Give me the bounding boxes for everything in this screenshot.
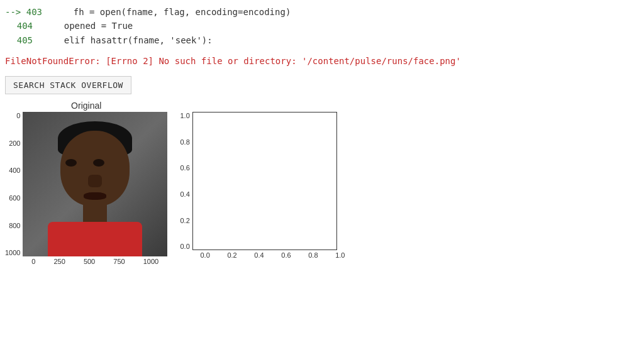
y2-label-08: 0.8 [180,138,189,146]
y2-label-10: 1.0 [180,112,189,119]
x-label-750: 750 [113,258,125,265]
line-number-403: --> 403 [5,5,52,19]
plot2-y-axis: 1.0 0.8 0.6 0.4 0.2 0.0 [180,112,192,250]
face-background [23,112,167,256]
person-neck [83,205,107,222]
x-label-1000: 1000 [143,258,158,265]
y-label-200: 200 [9,140,20,147]
code-content-404: opened = True [43,19,133,33]
plot1-x-axis: 0 250 500 750 1000 [14,258,158,265]
plot-empty: 1.0 0.8 0.6 0.4 0.2 0.0 0.0 0.2 0.4 0.6 … [180,112,345,259]
x2-label-00: 0.0 [200,251,209,259]
plots-area: Original 0 200 400 600 800 1000 [0,101,644,265]
y-label-400: 400 [9,167,20,174]
code-line-405: 405 elif hasattr(fname, 'seek'): [0,33,644,47]
line-number-404: 404 [5,19,43,33]
code-line-403: --> 403 fh = open(fname, flag, encoding=… [0,5,644,19]
y-label-600: 600 [9,194,20,202]
code-content-403: fh = open(fname, flag, encoding=encoding… [52,5,291,19]
x2-label-08: 0.8 [308,251,318,259]
y-label-1000: 1000 [5,249,20,256]
person-body [48,222,142,256]
plot1-y-axis: 0 200 400 600 800 1000 [5,112,23,256]
image-container: 0 200 400 600 800 1000 [5,112,167,256]
x-label-250: 250 [53,258,65,265]
error-message: FileNotFoundError: [Errno 2] No such fil… [0,52,644,70]
person-nose [88,175,102,187]
code-content-405: elif hasattr(fname, 'seek'): [43,33,213,47]
chart-wrapper: 1.0 0.8 0.6 0.4 0.2 0.0 [180,112,336,250]
x2-label-04: 0.4 [254,251,264,259]
x-label-0: 0 [31,258,35,265]
code-line-404: 404 opened = True [0,19,644,33]
search-stackoverflow-button[interactable]: SEARCH STACK OVERFLOW [5,76,131,94]
face-image [23,112,167,256]
plot-original: Original 0 200 400 600 800 1000 [5,101,167,265]
y-label-800: 800 [9,222,20,229]
y-label-0: 0 [16,112,20,119]
x2-label-02: 0.2 [227,251,236,259]
y2-label-02: 0.2 [180,217,189,224]
plot1-title: Original [71,101,101,111]
y2-label-00: 0.0 [180,243,189,250]
empty-chart-canvas [192,112,337,250]
plot2-x-axis: 0.0 0.2 0.4 0.6 0.8 1.0 [180,251,345,259]
person-mouth [84,192,106,200]
y2-label-04: 0.4 [180,190,189,198]
code-area: --> 403 fh = open(fname, flag, encoding=… [0,0,644,52]
y2-label-06: 0.6 [180,164,189,172]
line-number-405: 405 [5,33,43,47]
x2-label-06: 0.6 [281,251,291,259]
x2-label-10: 1.0 [335,251,345,259]
x-label-500: 500 [84,258,95,265]
